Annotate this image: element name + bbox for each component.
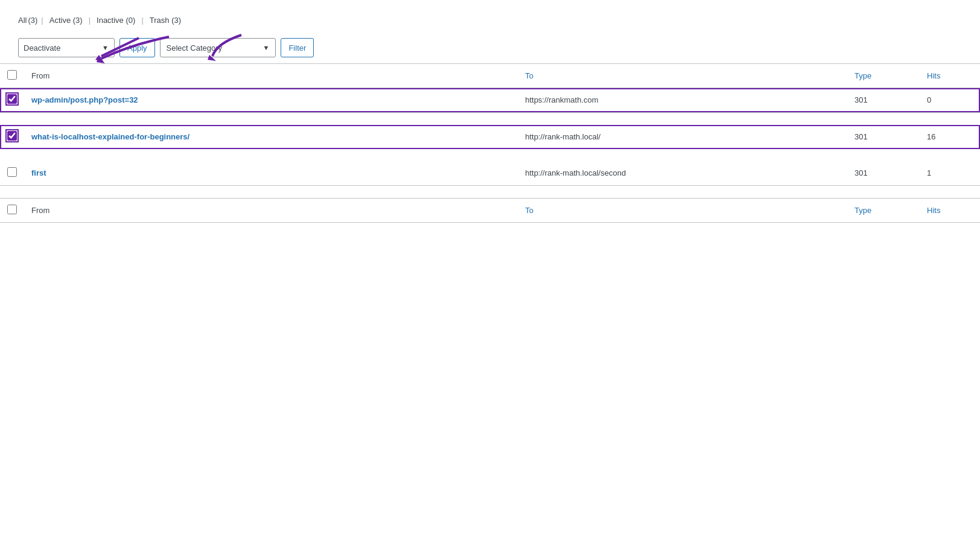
- bulk-action-dropdown[interactable]: Deactivate Activate Delete ▼: [18, 38, 115, 57]
- bulk-action-select[interactable]: Deactivate Activate Delete: [24, 43, 102, 53]
- row-type-cell: 301: [847, 161, 920, 185]
- footer-checkbox-col[interactable]: [0, 198, 24, 222]
- row-from-cell: wp-admin/post.php?post=32: [24, 88, 518, 113]
- footer-col-hits: Hits: [920, 198, 980, 222]
- row-checkbox-cell[interactable]: [0, 125, 24, 149]
- apply-button[interactable]: Apply: [119, 38, 155, 57]
- row-spacer: [0, 112, 980, 125]
- row-spacer: [0, 185, 980, 198]
- from-link[interactable]: wp-admin/post.php?post=32: [31, 94, 511, 106]
- row-checkbox[interactable]: [7, 167, 17, 177]
- chevron-down-icon: ▼: [102, 44, 109, 51]
- row-to-cell: https://rankmath.com: [518, 88, 847, 113]
- sep3: |: [141, 16, 143, 25]
- table-row: first http://rank-math.local/second 301 …: [0, 161, 980, 185]
- row-checkbox-cell[interactable]: [0, 161, 24, 185]
- row-checkbox-cell[interactable]: [0, 88, 24, 113]
- row-hits-cell: 0: [920, 88, 980, 113]
- category-dropdown[interactable]: Select Category ▼: [160, 38, 276, 57]
- row-type-cell: 301: [847, 125, 920, 149]
- footer-col-to: To: [518, 198, 847, 222]
- row-to-cell: http://rank-math.local/: [518, 125, 847, 149]
- sep2: |: [89, 16, 91, 25]
- row-spacer: [0, 149, 980, 162]
- row-from-cell: first: [24, 161, 518, 185]
- active-link[interactable]: Active (3): [49, 16, 83, 25]
- trash-link[interactable]: Trash (3): [150, 16, 181, 25]
- row-from-cell: what-is-localhost-explained-for-beginner…: [24, 125, 518, 149]
- footer-col-type: Type: [847, 198, 920, 222]
- redirects-table: From To Type Hits wp-admin/post.php?post…: [0, 63, 980, 223]
- inactive-link[interactable]: Inactive (0): [97, 16, 135, 25]
- category-select[interactable]: Select Category: [167, 43, 263, 53]
- col-header-to: To: [518, 64, 847, 88]
- status-links: All (3) | Active (3) | Inactive (0) | Tr…: [0, 12, 980, 32]
- filter-button[interactable]: Filter: [281, 38, 314, 57]
- table-footer-row: From To Type Hits: [0, 198, 980, 222]
- footer-col-from: From: [24, 198, 518, 222]
- footer-select-all-checkbox[interactable]: [7, 205, 17, 214]
- all-label: All: [18, 16, 27, 25]
- redirects-table-container: From To Type Hits wp-admin/post.php?post…: [0, 63, 980, 223]
- table-header-row: From To Type Hits: [0, 64, 980, 88]
- all-count: (3): [28, 16, 37, 25]
- row-type-cell: 301: [847, 88, 920, 113]
- from-link[interactable]: what-is-localhost-explained-for-beginner…: [31, 131, 511, 143]
- chevron-down-icon: ▼: [263, 44, 270, 51]
- col-header-type: Type: [847, 64, 920, 88]
- row-hits-cell: 1: [920, 161, 980, 185]
- sep1: |: [41, 16, 43, 25]
- row-hits-cell: 16: [920, 125, 980, 149]
- select-all-checkbox-col[interactable]: [0, 64, 24, 88]
- table-row: wp-admin/post.php?post=32 https://rankma…: [0, 88, 980, 113]
- col-header-hits: Hits: [920, 64, 980, 88]
- col-header-from: From: [24, 64, 518, 88]
- table-row: what-is-localhost-explained-for-beginner…: [0, 125, 980, 149]
- row-checkbox[interactable]: [7, 94, 17, 104]
- row-checkbox[interactable]: [7, 131, 17, 141]
- svg-marker-2: [97, 57, 105, 63]
- filter-bar: Deactivate Activate Delete ▼ Apply Selec…: [0, 32, 980, 63]
- row-to-cell: http://rank-math.local/second: [518, 161, 847, 185]
- select-all-checkbox[interactable]: [7, 70, 17, 80]
- from-link[interactable]: first: [31, 167, 511, 179]
